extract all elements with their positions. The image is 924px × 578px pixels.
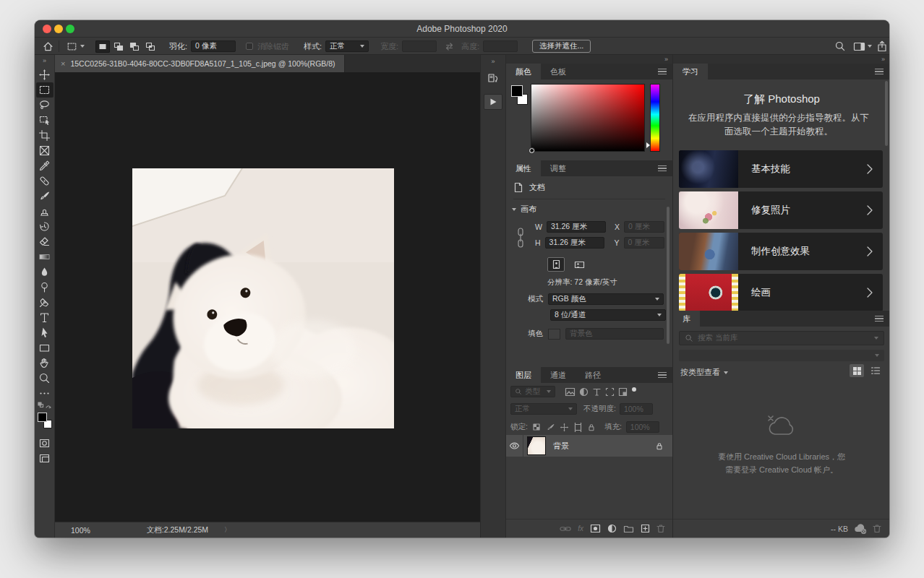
color-field-marker[interactable]: [529, 148, 534, 153]
feather-input[interactable]: 0 像素: [191, 40, 236, 52]
tab-paths[interactable]: 路径: [576, 367, 610, 383]
move-tool[interactable]: [36, 67, 54, 82]
document-tab[interactable]: × 15CC0256-31B0-4046-80CC-3DB0FD8A5107_1…: [55, 55, 345, 72]
layer-filter-dropdown[interactable]: 类型: [510, 386, 555, 397]
selection-mode-subtract-button[interactable]: [127, 40, 142, 53]
lasso-tool[interactable]: [36, 98, 54, 113]
object-selection-tool[interactable]: [36, 113, 54, 128]
blend-mode-dropdown[interactable]: 正常: [510, 403, 577, 415]
new-group-folder-icon[interactable]: [623, 525, 634, 533]
delete-library-trash-icon[interactable]: [873, 524, 881, 533]
tab-adjustments[interactable]: 调整: [541, 160, 576, 176]
brush-tool[interactable]: [36, 189, 54, 204]
rectangular-marquee-tool[interactable]: [36, 82, 54, 98]
search-button[interactable]: [834, 38, 846, 55]
lock-position-icon[interactable]: [560, 423, 569, 432]
learn-scrollbar[interactable]: [885, 81, 888, 146]
filter-smart-objects-icon[interactable]: [618, 387, 628, 397]
toolbar-collapse-button[interactable]: »: [43, 57, 46, 67]
delete-layer-trash-icon[interactable]: [656, 524, 665, 533]
tab-properties[interactable]: 属性: [506, 160, 541, 176]
gradient-tool[interactable]: [36, 249, 54, 264]
add-mask-icon[interactable]: [590, 524, 601, 533]
library-select-dropdown[interactable]: [679, 350, 884, 361]
history-panel-button[interactable]: [487, 72, 500, 88]
eyedropper-tool[interactable]: [36, 158, 54, 173]
canvas[interactable]: [55, 72, 480, 522]
pen-tool[interactable]: [36, 295, 54, 310]
tab-learn[interactable]: 学习: [673, 64, 708, 79]
link-layers-icon[interactable]: [560, 525, 571, 532]
collapse-group-icon[interactable]: »: [664, 56, 668, 63]
layer-style-fx-button[interactable]: fx: [578, 525, 583, 532]
layer-row-background[interactable]: 背景: [506, 435, 672, 457]
hue-slider[interactable]: [650, 84, 660, 152]
link-dimensions-button[interactable]: [516, 227, 525, 249]
grid-view-button[interactable]: [850, 364, 864, 377]
color-mode-dropdown[interactable]: RGB 颜色: [548, 293, 664, 305]
collapse-group-icon[interactable]: »: [881, 56, 885, 63]
canvas-height-input[interactable]: 31.26 厘米: [545, 237, 604, 249]
blur-tool[interactable]: [36, 264, 54, 280]
share-button[interactable]: [876, 38, 888, 55]
clone-stamp-tool[interactable]: [36, 204, 54, 219]
swap-colors-button[interactable]: [36, 401, 54, 411]
spot-healing-brush-tool[interactable]: [36, 173, 54, 189]
foreground-color-swatch[interactable]: [511, 85, 523, 97]
layer-name[interactable]: 背景: [553, 441, 569, 452]
panel-menu-icon[interactable]: [658, 372, 667, 378]
select-and-mask-button[interactable]: 选择并遮住...: [532, 40, 591, 53]
bit-depth-dropdown[interactable]: 8 位/通道: [550, 309, 666, 321]
learn-card-retouch-photos[interactable]: 修复照片: [679, 191, 883, 229]
selection-mode-add-button[interactable]: [111, 40, 126, 53]
lock-all-icon[interactable]: [587, 423, 596, 432]
workspace-switcher[interactable]: [853, 38, 872, 55]
tab-color[interactable]: 颜色: [506, 64, 541, 79]
opacity-dropdown[interactable]: 100%: [620, 403, 653, 415]
dodge-tool[interactable]: [36, 280, 54, 295]
panel-menu-icon[interactable]: [875, 316, 884, 322]
anti-alias-checkbox[interactable]: [246, 43, 253, 50]
filter-type-layers-icon[interactable]: [592, 387, 602, 397]
panel-menu-icon[interactable]: [875, 69, 884, 74]
learn-card-creative-effects[interactable]: 制作创意效果: [679, 233, 883, 270]
style-dropdown[interactable]: 正常: [325, 40, 369, 52]
canvas-width-input[interactable]: 31.26 厘米: [547, 221, 606, 233]
eraser-tool[interactable]: [36, 234, 54, 249]
tab-layers[interactable]: 图层: [506, 367, 541, 383]
path-selection-tool[interactable]: [36, 325, 54, 340]
section-collapse-icon[interactable]: [512, 208, 516, 211]
tab-channels[interactable]: 通道: [541, 367, 576, 383]
panel-menu-icon[interactable]: [658, 165, 667, 171]
saturation-brightness-field[interactable]: [531, 84, 645, 152]
foreground-background-swatches[interactable]: [37, 413, 53, 430]
add-adjustment-icon[interactable]: [607, 524, 617, 533]
screen-mode-button[interactable]: [36, 451, 54, 466]
library-search-input[interactable]: 搜索 当前库: [679, 331, 884, 345]
selection-mode-new-button[interactable]: [95, 40, 110, 53]
expand-panels-button[interactable]: »: [491, 58, 495, 65]
learn-card-basic-skills[interactable]: 基本技能: [679, 150, 883, 188]
panel-menu-icon[interactable]: [658, 69, 667, 74]
type-tool[interactable]: [36, 310, 54, 325]
tool-preset-picker[interactable]: [67, 38, 85, 55]
shape-tool[interactable]: [36, 340, 54, 355]
new-layer-icon[interactable]: [641, 524, 650, 533]
selection-mode-intersect-button[interactable]: [143, 40, 158, 53]
filter-pixel-layers-icon[interactable]: [565, 387, 576, 397]
history-brush-tool[interactable]: [36, 219, 54, 234]
orientation-landscape-button[interactable]: [570, 257, 588, 272]
actions-panel-button[interactable]: [484, 94, 502, 110]
swap-dimensions-button[interactable]: [444, 38, 455, 55]
status-chevron[interactable]: 〉: [224, 525, 231, 535]
quick-mask-mode-button[interactable]: [36, 436, 54, 451]
view-by-type-dropdown[interactable]: 按类型查看: [680, 367, 728, 378]
list-view-button[interactable]: [868, 364, 883, 377]
home-button[interactable]: [42, 38, 54, 55]
layer-thumbnail[interactable]: [527, 436, 546, 455]
zoom-level[interactable]: 100%: [71, 526, 90, 535]
lock-pixels-brush-icon[interactable]: [546, 423, 555, 432]
orientation-portrait-button[interactable]: [547, 257, 565, 272]
frame-tool[interactable]: [36, 143, 54, 158]
layer-visibility-toggle[interactable]: [506, 435, 523, 457]
